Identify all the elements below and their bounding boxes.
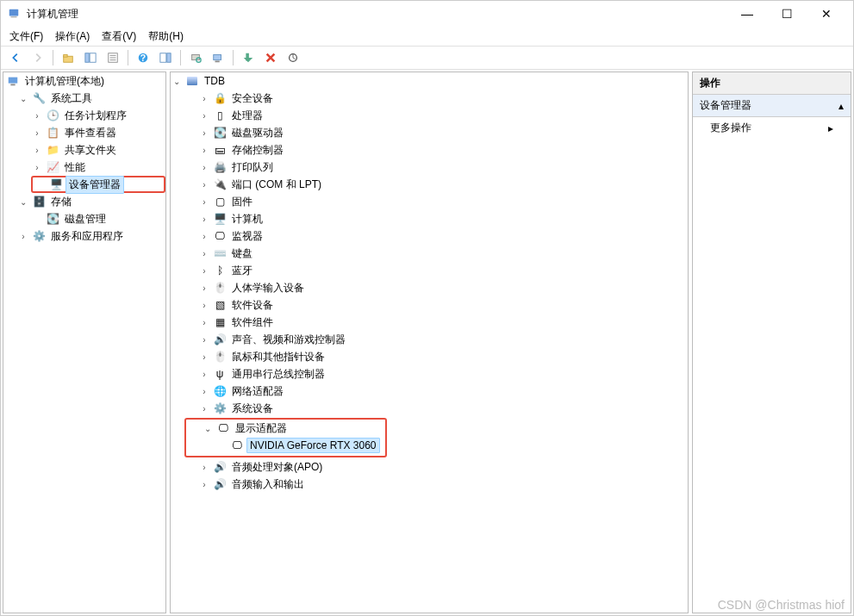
expand-icon[interactable]: › bbox=[198, 370, 210, 379]
scan-hardware-button[interactable] bbox=[186, 48, 205, 67]
storage-icon: 🗄️ bbox=[32, 195, 46, 208]
device-category[interactable]: ›▢固件 bbox=[184, 193, 688, 210]
device-category[interactable]: ›🔊音频处理对象(APO) bbox=[184, 458, 688, 476]
tree-root-computer-mgmt[interactable]: 计算机管理(本地) bbox=[3, 72, 165, 90]
device-category[interactable]: ›⌨️键盘 bbox=[184, 245, 688, 262]
device-category[interactable]: ›💽磁盘驱动器 bbox=[184, 124, 688, 141]
tree-performance[interactable]: ›📈性能 bbox=[31, 159, 165, 176]
expand-icon[interactable]: › bbox=[198, 352, 210, 362]
enable-device-button[interactable] bbox=[239, 48, 258, 67]
device-icon: 💽 bbox=[213, 126, 227, 140]
device-category[interactable]: ›ψ通用串行总线控制器 bbox=[184, 365, 688, 383]
expand-icon[interactable]: › bbox=[31, 146, 43, 155]
maximize-button[interactable]: ☐ bbox=[767, 1, 807, 27]
help-button[interactable]: ? bbox=[134, 48, 153, 67]
device-icon: 🔒 bbox=[213, 91, 227, 105]
expand-icon[interactable]: › bbox=[31, 111, 43, 121]
device-category[interactable]: ›▦软件组件 bbox=[184, 314, 688, 331]
up-button[interactable] bbox=[59, 48, 78, 67]
menu-action[interactable]: 操作(A) bbox=[50, 28, 95, 46]
device-category[interactable]: ›🔌端口 (COM 和 LPT) bbox=[184, 176, 688, 193]
collapse-icon[interactable]: ⌄ bbox=[202, 424, 214, 433]
device-category[interactable]: ›🖴存储控制器 bbox=[184, 141, 688, 159]
expand-icon[interactable]: › bbox=[198, 128, 210, 138]
expand-icon[interactable]: › bbox=[198, 283, 210, 293]
tree-services-apps[interactable]: ›⚙️服务和应用程序 bbox=[17, 227, 165, 245]
device-category[interactable]: ›🖵监视器 bbox=[184, 227, 688, 245]
tree-disk-mgmt[interactable]: ›💽磁盘管理 bbox=[31, 210, 165, 227]
expand-icon[interactable]: › bbox=[198, 232, 210, 241]
uninstall-device-button[interactable] bbox=[261, 48, 280, 67]
expand-icon[interactable]: › bbox=[198, 480, 210, 489]
device-icon: 🔊 bbox=[213, 333, 227, 346]
device-category[interactable]: ›🔒安全设备 bbox=[184, 90, 688, 107]
device-category[interactable]: ›🖱️鼠标和其他指针设备 bbox=[184, 348, 688, 365]
tree-device-manager[interactable]: ›🖥️设备管理器 bbox=[31, 176, 165, 193]
add-hardware-button[interactable] bbox=[209, 48, 228, 67]
minimize-button[interactable]: — bbox=[727, 1, 767, 27]
expand-icon[interactable]: › bbox=[198, 387, 210, 396]
expand-icon[interactable]: › bbox=[31, 163, 43, 172]
device-gpu[interactable]: 🖵NVIDIA GeForce RTX 3060 bbox=[188, 437, 383, 454]
device-category[interactable]: ›🔊音频输入和输出 bbox=[184, 476, 688, 493]
expand-icon[interactable]: › bbox=[198, 197, 210, 207]
device-icon: ▯ bbox=[213, 109, 227, 122]
expand-icon[interactable]: › bbox=[198, 301, 210, 310]
expand-icon[interactable]: › bbox=[198, 163, 210, 172]
toggle-actions-pane-button[interactable] bbox=[156, 48, 175, 67]
expand-icon[interactable]: › bbox=[198, 94, 210, 103]
device-category[interactable]: ›🌐网络适配器 bbox=[184, 383, 688, 400]
device-category[interactable]: ›🖨️打印队列 bbox=[184, 159, 688, 176]
menu-help[interactable]: 帮助(H) bbox=[143, 28, 189, 46]
close-button[interactable]: ✕ bbox=[807, 1, 846, 27]
tree-event-viewer[interactable]: ›📋事件查看器 bbox=[31, 124, 165, 141]
expand-icon[interactable]: › bbox=[17, 232, 29, 241]
device-icon: 🌐 bbox=[213, 384, 227, 398]
device-category[interactable]: ›▧软件设备 bbox=[184, 296, 688, 314]
device-category[interactable]: ⌄🖵显示适配器 bbox=[188, 420, 383, 437]
expand-icon[interactable]: › bbox=[198, 335, 210, 345]
device-mgr-icon: 🖥️ bbox=[49, 177, 63, 191]
tree-shared-folders[interactable]: ›📁共享文件夹 bbox=[31, 141, 165, 159]
expand-icon[interactable]: › bbox=[198, 463, 210, 472]
actions-more[interactable]: 更多操作 ▸ bbox=[693, 117, 851, 139]
device-icon: ψ bbox=[213, 367, 227, 381]
collapse-icon[interactable]: ⌄ bbox=[171, 77, 183, 86]
watermark: CSDN @Christmas hiof bbox=[718, 598, 845, 612]
expand-icon[interactable]: › bbox=[198, 318, 210, 327]
back-button[interactable] bbox=[6, 48, 25, 67]
device-category[interactable]: ›🖥️计算机 bbox=[184, 210, 688, 227]
expand-icon[interactable]: › bbox=[198, 215, 210, 224]
tree-task-scheduler[interactable]: ›🕒任务计划程序 bbox=[31, 107, 165, 124]
show-hide-tree-button[interactable] bbox=[81, 48, 100, 67]
expand-icon[interactable]: › bbox=[198, 249, 210, 258]
actions-category[interactable]: 设备管理器 ▴ bbox=[693, 95, 851, 117]
menu-view[interactable]: 查看(V) bbox=[97, 28, 141, 46]
tree-storage[interactable]: ⌄ 🗄️ 存储 bbox=[17, 193, 165, 210]
device-category[interactable]: ›▯处理器 bbox=[184, 107, 688, 124]
expand-icon[interactable]: › bbox=[198, 266, 210, 276]
expand-icon[interactable]: › bbox=[31, 128, 43, 138]
actions-panel: 操作 设备管理器 ▴ 更多操作 ▸ bbox=[692, 72, 851, 613]
collapse-icon: ▴ bbox=[838, 100, 844, 112]
toolbar: ? bbox=[1, 46, 853, 70]
device-category[interactable]: ›🔊声音、视频和游戏控制器 bbox=[184, 331, 688, 348]
device-category[interactable]: ›ᛒ蓝牙 bbox=[184, 262, 688, 279]
device-category[interactable]: ›🖱️人体学输入设备 bbox=[184, 279, 688, 296]
tree-system-tools[interactable]: ⌄ 🔧 系统工具 bbox=[17, 90, 165, 107]
expand-icon[interactable]: › bbox=[198, 404, 210, 414]
collapse-icon[interactable]: ⌄ bbox=[17, 197, 29, 207]
device-root[interactable]: ⌄ TDB bbox=[171, 72, 688, 90]
device-category[interactable]: ›⚙️系统设备 bbox=[184, 400, 688, 417]
collapse-icon[interactable]: ⌄ bbox=[17, 94, 29, 103]
expand-icon[interactable]: › bbox=[198, 180, 210, 190]
console-tree-panel: 计算机管理(本地) ⌄ 🔧 系统工具 ›🕒任务计划程序 ›📋事件查看器 ›📁共享… bbox=[3, 72, 166, 613]
expand-icon[interactable]: › bbox=[198, 146, 210, 155]
expand-icon[interactable]: › bbox=[198, 111, 210, 121]
update-driver-button[interactable] bbox=[284, 48, 302, 67]
forward-button[interactable] bbox=[28, 48, 47, 67]
properties-button[interactable] bbox=[103, 48, 122, 67]
event-icon: 📋 bbox=[46, 126, 59, 140]
menu-file[interactable]: 文件(F) bbox=[4, 28, 48, 46]
disk-icon: 💽 bbox=[46, 212, 59, 226]
